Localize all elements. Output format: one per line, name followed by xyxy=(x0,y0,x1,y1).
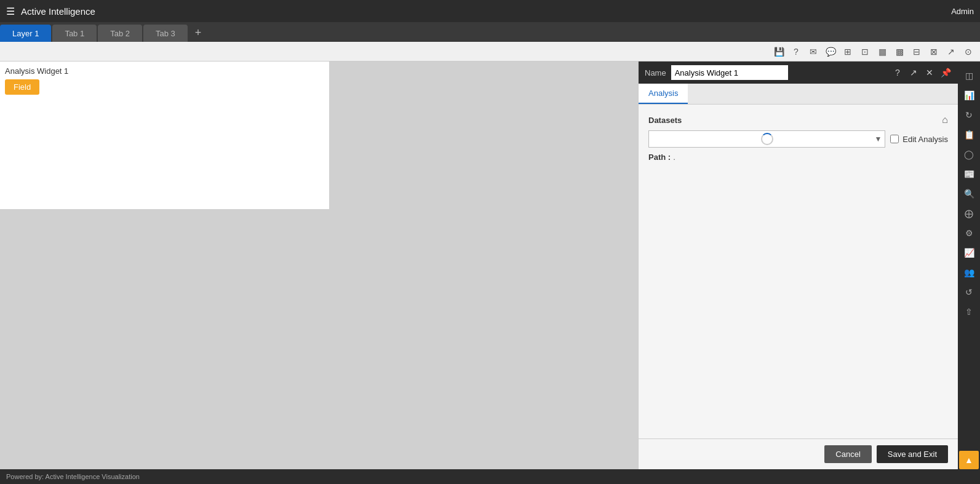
cancel-button[interactable]: Cancel xyxy=(824,445,871,463)
side-icon-group[interactable]: 👥 xyxy=(959,263,979,282)
side-icons: ◫ 📊 ↻ 📋 ◯ 📰 🔍 ⨁ ⚙ 📈 👥 ↺ ⇧ ▲ xyxy=(958,61,980,469)
tab-1[interactable]: Tab 1 xyxy=(52,25,97,42)
filter-icon[interactable]: ⊞ xyxy=(841,45,855,58)
dataset-select-wrapper: ▼ xyxy=(648,130,885,148)
edit-analysis-checkbox[interactable] xyxy=(890,135,899,143)
panel-name-label: Name xyxy=(645,68,666,77)
panel-help-icon[interactable]: ? xyxy=(891,66,904,79)
datasets-label: Datasets xyxy=(648,116,682,125)
dataset-row: ▼ Edit Analysis xyxy=(648,130,948,148)
chart-icon[interactable]: ▩ xyxy=(893,45,906,58)
side-icon-doc[interactable]: 📋 xyxy=(959,125,979,144)
path-row: Path : . xyxy=(648,153,948,162)
side-icon-settings[interactable]: ⚙ xyxy=(959,224,979,242)
mail-icon[interactable]: ✉ xyxy=(807,45,820,58)
table-icon[interactable]: ▦ xyxy=(875,45,889,58)
home-icon[interactable]: ⌂ xyxy=(942,114,948,125)
toolbar: 💾 ? ✉ 💬 ⊞ ⊡ ▦ ▩ ⊟ ⊠ ↗ ⊙ xyxy=(0,42,980,61)
side-icon-upload[interactable]: ⇧ xyxy=(959,303,979,321)
dataset-select[interactable] xyxy=(648,130,885,148)
field-button[interactable]: Field xyxy=(5,79,39,95)
side-icon-refresh[interactable]: ↻ xyxy=(959,106,979,124)
right-panel: Name ? ↗ ✕ 📌 Analysis Datasets ⌂ xyxy=(638,61,958,469)
datasets-section: Datasets ⌂ ▼ Edit Analysis xyxy=(648,114,948,162)
side-icon-layout[interactable]: ◫ xyxy=(959,66,979,85)
panel-close-icon[interactable]: ✕ xyxy=(923,66,936,79)
widget-title: Analysis Widget 1 xyxy=(5,66,324,76)
circle-icon[interactable]: ⊙ xyxy=(962,45,975,58)
save-icon[interactable]: 💾 xyxy=(772,45,786,58)
tab-3[interactable]: Tab 3 xyxy=(143,25,188,42)
side-icon-newspaper[interactable]: 📰 xyxy=(959,165,979,183)
add-tab-button[interactable]: + xyxy=(189,24,208,42)
side-icon-search[interactable]: 🔍 xyxy=(959,184,979,203)
cross-icon[interactable]: ⊠ xyxy=(927,45,941,58)
powered-by-text: Powered by: Active Intelligence Visualiz… xyxy=(6,473,140,480)
widget-area: Analysis Widget 1 Field xyxy=(0,61,329,209)
admin-label[interactable]: Admin xyxy=(951,7,974,16)
panel-header-icons: ? ↗ ✕ 📌 xyxy=(891,66,952,79)
top-bar: ☰ Active Intelligence Admin xyxy=(0,0,980,22)
side-icon-chart[interactable]: 📊 xyxy=(959,86,979,105)
minus-icon[interactable]: ⊟ xyxy=(910,45,923,58)
grid-icon[interactable]: ⊡ xyxy=(858,45,872,58)
panel-expand-icon[interactable]: ↗ xyxy=(907,66,920,79)
help-icon[interactable]: ? xyxy=(789,45,803,58)
side-icon-trend[interactable]: 📈 xyxy=(959,244,979,262)
tab-layer1[interactable]: Layer 1 xyxy=(0,25,51,42)
path-value: . xyxy=(673,153,675,162)
edit-analysis-label: Edit Analysis xyxy=(902,135,948,144)
tab-analysis[interactable]: Analysis xyxy=(639,84,688,104)
comment-icon[interactable]: 💬 xyxy=(824,45,837,58)
tab-2[interactable]: Tab 2 xyxy=(98,25,142,42)
side-icon-sync[interactable]: ↺ xyxy=(959,283,979,301)
path-label: Path : xyxy=(648,153,671,162)
edit-analysis-row: Edit Analysis xyxy=(890,135,948,144)
save-exit-button[interactable]: Save and Exit xyxy=(877,445,948,463)
expand-icon[interactable]: ↗ xyxy=(944,45,958,58)
app-title: Active Intelligence xyxy=(21,6,95,17)
side-icon-circle[interactable]: ◯ xyxy=(959,145,979,164)
panel-body: Datasets ⌂ ▼ Edit Analysis xyxy=(639,105,958,438)
canvas-area: Analysis Widget 1 Field xyxy=(0,61,638,469)
panel-header: Name ? ↗ ✕ 📌 xyxy=(639,61,958,84)
panel-footer: Cancel Save and Exit xyxy=(639,438,958,469)
tab-bar: Layer 1 Tab 1 Tab 2 Tab 3 + xyxy=(0,22,980,42)
bottom-bar: Powered by: Active Intelligence Visualiz… xyxy=(0,469,980,484)
panel-name-input[interactable] xyxy=(671,65,788,80)
panel-tabs: Analysis xyxy=(639,84,958,105)
main-content: Analysis Widget 1 Field Name ? ↗ ✕ 📌 Ana… xyxy=(0,61,980,469)
hamburger-icon[interactable]: ☰ xyxy=(6,6,15,17)
side-icon-orange[interactable]: ▲ xyxy=(959,451,979,469)
panel-pin-icon[interactable]: 📌 xyxy=(939,66,952,79)
section-header: Datasets ⌂ xyxy=(648,114,948,125)
side-icon-add[interactable]: ⨁ xyxy=(959,204,979,223)
